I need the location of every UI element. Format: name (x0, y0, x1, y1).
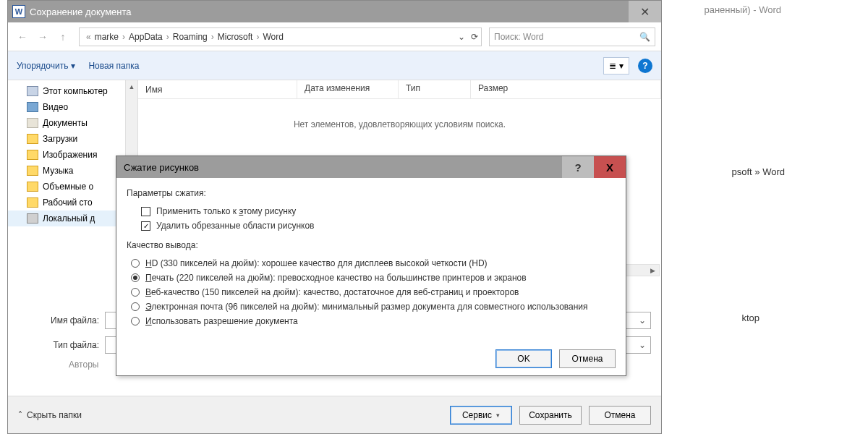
word-path-fragment: psoft » Word (732, 166, 785, 177)
organize-toolbar: Упорядочить ▾ Новая папка ≣ ▾ ? (8, 51, 661, 80)
apply-only-checkbox-row[interactable]: Применить только к этому рисунку (127, 204, 616, 218)
breadcrumb-dropdown-icon[interactable]: ⌄ (458, 32, 465, 42)
chevron-down-icon: ▾ (71, 61, 75, 71)
col-date[interactable]: Дата изменения (297, 80, 399, 98)
radio-button-checked[interactable] (131, 273, 140, 282)
radio-email[interactable]: Электронная почта (96 пикселей на дюйм):… (127, 299, 616, 314)
chevron-down-icon: ⌄ (639, 315, 646, 326)
word-title-fragment: раненный) - Word (704, 4, 781, 15)
ok-button[interactable]: OK (495, 349, 552, 368)
search-input[interactable]: Поиск: Word 🔍 (489, 27, 655, 46)
radio-print[interactable]: Печать (220 пикселей на дюйм): превосход… (127, 271, 616, 285)
filetype-label: Тип файла: (18, 340, 105, 350)
checkbox-unchecked[interactable] (141, 207, 150, 216)
folder-icon (27, 134, 38, 144)
radio-button[interactable] (131, 259, 140, 268)
radio-doc-resolution[interactable]: Использовать разрешение документа (127, 314, 616, 328)
delete-cropped-label: Удалить обрезанные области рисунков (156, 221, 315, 231)
compression-params-label: Параметры сжатия: (127, 188, 616, 198)
word-ktop-fragment: ktop (741, 312, 760, 323)
col-size[interactable]: Размер (471, 80, 661, 98)
nav-toolbar: ← → ↑ « marke › AppData › Roaming › Micr… (8, 22, 661, 51)
new-folder-button[interactable]: Новая папка (88, 61, 139, 71)
word-icon: W (12, 5, 25, 18)
search-icon: 🔍 (639, 32, 650, 42)
cancel-button[interactable]: Отмена (559, 349, 616, 368)
breadcrumb-item[interactable]: Word (263, 32, 283, 42)
output-quality-label: Качество вывода: (127, 240, 616, 250)
close-button[interactable]: ✕ (629, 1, 661, 22)
folder-icon (27, 166, 38, 176)
col-type[interactable]: Тип (399, 80, 471, 98)
delete-cropped-checkbox-row[interactable]: Удалить обрезанные области рисунков (127, 218, 616, 233)
breadcrumb-prefix: « (86, 32, 91, 42)
radio-button[interactable] (131, 317, 140, 326)
dialog-footer: ˄ Скрыть папки Сервис Сохранить Отмена (8, 396, 661, 433)
radio-button[interactable] (131, 288, 140, 297)
list-view-icon: ≣ ▾ (609, 61, 623, 71)
video-icon (27, 102, 38, 112)
scroll-up-icon[interactable]: ▲ (126, 80, 137, 93)
pc-icon (27, 86, 38, 96)
view-mode-button[interactable]: ≣ ▾ (603, 57, 629, 75)
compress-titlebar[interactable]: Сжатие рисунков ? X (116, 156, 626, 178)
disk-icon (27, 213, 38, 224)
hide-folders-button[interactable]: ˄ Скрыть папки (18, 410, 82, 420)
breadcrumb-item[interactable]: Microsoft (218, 32, 253, 42)
save-dialog-title: Сохранение документа (30, 7, 132, 17)
nav-up-button[interactable]: ↑ (54, 28, 72, 46)
tree-item-downloads[interactable]: Загрузки (8, 131, 137, 147)
authors-label: Авторы (69, 359, 98, 370)
tree-item-videos[interactable]: Видео (8, 99, 137, 115)
chevron-up-icon: ˄ (18, 410, 22, 420)
list-header: Имя Дата изменения Тип Размер (138, 80, 661, 99)
folder-icon (27, 150, 38, 160)
dialog-close-button[interactable]: X (594, 156, 626, 178)
documents-icon (27, 118, 38, 128)
tools-button[interactable]: Сервис (450, 406, 512, 425)
col-name[interactable]: Имя (138, 80, 297, 98)
word-app-background: раненный) - Word psoft » Word ktop (651, 0, 868, 434)
compress-pictures-dialog: Сжатие рисунков ? X Параметры сжатия: Пр… (116, 156, 626, 376)
chevron-down-icon: ⌄ (639, 340, 646, 350)
organize-button[interactable]: Упорядочить ▾ (17, 61, 75, 71)
radio-button[interactable] (131, 302, 140, 311)
breadcrumb-item[interactable]: marke (95, 32, 119, 42)
tree-item-documents[interactable]: Документы (8, 115, 137, 131)
nav-back-button[interactable]: ← (14, 28, 31, 46)
radio-web[interactable]: Веб-качество (150 пикселей на дюйм): кач… (127, 285, 616, 299)
breadcrumb-item[interactable]: AppData (129, 32, 163, 42)
folder-icon (27, 182, 38, 192)
checkbox-checked[interactable] (141, 221, 150, 231)
folder-icon (27, 197, 38, 208)
save-dialog-titlebar[interactable]: W Сохранение документа ✕ (8, 1, 661, 22)
save-button[interactable]: Сохранить (519, 406, 582, 425)
breadcrumb-item[interactable]: Roaming (173, 32, 208, 42)
scroll-right-icon[interactable]: ▶ (647, 267, 659, 274)
cancel-button[interactable]: Отмена (589, 406, 651, 425)
help-button[interactable]: ? (638, 59, 652, 73)
tree-item-this-pc[interactable]: Этот компьютер (8, 83, 137, 99)
breadcrumb[interactable]: « marke › AppData › Roaming › Microsoft … (79, 27, 482, 46)
radio-hd[interactable]: HD (330 пикселей на дюйм): хорошее качес… (127, 256, 616, 271)
apply-only-label: Применить только к этому рисунку (156, 206, 296, 216)
dialog-help-button[interactable]: ? (562, 156, 594, 178)
search-placeholder: Поиск: Word (494, 32, 543, 42)
refresh-icon[interactable]: ⟳ (471, 32, 478, 42)
compress-title: Сжатие рисунков (124, 162, 199, 173)
nav-forward-button[interactable]: → (34, 28, 51, 46)
filename-label: Имя файла: (18, 315, 105, 326)
